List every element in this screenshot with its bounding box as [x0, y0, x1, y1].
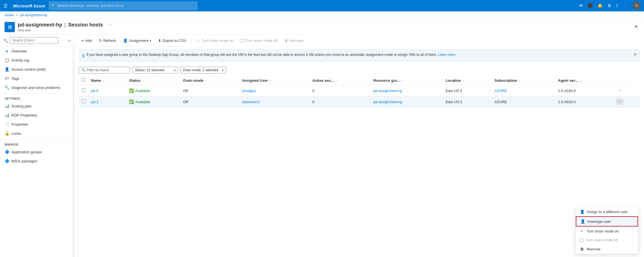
more-actions-1[interactable]: ··· — [616, 99, 623, 105]
diagnose-icon: 🔧 — [5, 85, 9, 90]
mail-icon[interactable]: ✉ — [579, 3, 583, 8]
more-actions-0[interactable]: ··· — [616, 87, 623, 94]
refresh-button[interactable]: ↻ Refresh — [96, 37, 119, 44]
scaling-icon: 📊 — [5, 104, 9, 108]
row-agent-1: 1.0.4318.0 — [555, 96, 613, 107]
sidebar-item-locks[interactable]: 🔒 Locks — [0, 129, 74, 138]
col-drain[interactable]: Drain mode ↕ — [180, 76, 239, 85]
col-location[interactable]: Location ↕ — [443, 76, 492, 85]
row-sessions-1: 0 — [309, 96, 371, 107]
feedback-icon[interactable]: 👤 — [623, 3, 628, 8]
sort-agent-icon: ↕ — [579, 79, 581, 82]
learn-more-link[interactable]: Learn more — [438, 53, 455, 57]
remove-button[interactable]: 🗑 Remove — [281, 37, 306, 44]
main-layout: 🔍 « ● Overview 📋 Activity log 👤 Access c… — [0, 35, 644, 257]
select-row-0-checkbox[interactable] — [82, 88, 85, 92]
user-link-1[interactable]: tstestuser1 — [242, 100, 260, 104]
row-status-1: ✅ Available — [126, 96, 180, 107]
sort-resource-icon: ↕ — [402, 79, 403, 82]
avatar[interactable]: A — [633, 2, 641, 10]
context-drain-on[interactable]: ✓ Turn drain mode on — [576, 227, 638, 236]
settings-icon[interactable]: ⚙ — [607, 3, 611, 8]
row-more-0: ··· — [613, 85, 639, 96]
page-more-icon[interactable]: ··· — [108, 22, 111, 27]
resource-link-0[interactable]: pd-assignment-rg — [373, 89, 402, 93]
locks-icon: 🔒 — [5, 131, 9, 136]
col-user[interactable]: Assigned User ↕ — [239, 76, 309, 85]
status-dot-0: ✅ — [129, 88, 134, 93]
select-row-1-checkbox[interactable] — [82, 99, 85, 103]
host-link-1[interactable]: pd-1 — [91, 100, 98, 104]
remove-label: Remove — [289, 38, 303, 43]
col-subscription[interactable]: Subscription ↕ — [492, 76, 555, 85]
sort-subscription-icon: ↕ — [519, 79, 520, 82]
name-filter[interactable]: 🔍 Filter by Name — [79, 67, 130, 74]
breadcrumb-current[interactable]: pd-assignment-hp — [20, 13, 47, 17]
banner-close-icon[interactable]: ✕ — [633, 52, 637, 57]
sidebar-item-iam[interactable]: 👤 Access control (IAM) — [0, 65, 74, 74]
drain-off-button[interactable]: Turn drain mode off — [238, 37, 281, 44]
sidebar-item-rdp[interactable]: 📊 RDP Properties — [0, 111, 74, 120]
help-icon[interactable]: ? — [616, 3, 618, 8]
add-icon: + — [82, 38, 84, 43]
context-assign-different[interactable]: 👤 Assign to a different user — [576, 207, 638, 216]
refresh-icon: ↻ — [99, 38, 102, 43]
sidebar-item-app-groups[interactable]: 🔷 Application groups — [0, 147, 74, 156]
notifications-icon[interactable]: 🔔 — [597, 3, 603, 8]
status-dot-1: ✅ — [129, 99, 134, 104]
table-row: pd-1 ✅ Available Off tstestuser1 0 — [79, 96, 639, 107]
activity-log-icon: 📋 — [5, 58, 9, 62]
status-filter[interactable]: Status: 12 selected ▾ — [132, 67, 178, 74]
sidebar-item-label: Scaling plan — [11, 104, 32, 108]
drain-dropdown-icon: ▾ — [222, 69, 224, 72]
export-button[interactable]: ⬇ Export to CSV — [155, 37, 189, 44]
col-actions — [613, 76, 639, 85]
close-button[interactable]: ✕ — [633, 23, 639, 31]
sidebar-item-diagnose[interactable]: 🔧 Diagnose and solve problems — [0, 83, 74, 92]
info-banner: ℹ If you have assigned a user group to t… — [79, 50, 639, 62]
subscription-link-0[interactable]: AZURE — [494, 89, 507, 93]
sidebar-item-tags[interactable]: 🏷 Tags — [0, 74, 74, 83]
sidebar-search-input[interactable] — [10, 37, 58, 44]
hamburger-menu[interactable]: ☰ — [3, 3, 7, 9]
context-unassign[interactable]: 👤 Unassign user — [576, 216, 638, 227]
resource-link-1[interactable]: pd-assignment-rg — [373, 100, 402, 104]
col-sessions[interactable]: Active ses... ↕ — [309, 76, 371, 85]
sort-drain-icon: ↕ — [205, 79, 207, 82]
breadcrumb: Home > pd-assignment-hp — [0, 11, 644, 19]
row-drain-0: Off — [180, 85, 239, 96]
cloud-shell-icon[interactable]: ⬛ — [587, 3, 593, 8]
brand-name: Microsoft Azure — [13, 3, 45, 8]
sidebar-item-properties[interactable]: 📄 Properties — [0, 120, 74, 129]
search-placeholder: Search resources, services, and docs (G+… — [57, 4, 123, 8]
sidebar-collapse-icon[interactable]: « — [68, 38, 71, 43]
col-resource[interactable]: Resource gro... ↕ — [371, 76, 443, 85]
sidebar-item-msix[interactable]: 🔷 MSIX packages — [0, 156, 74, 166]
sort-status-icon: ↕ — [142, 79, 144, 82]
row-subscription-1: AZURE — [492, 96, 555, 107]
sidebar-item-overview[interactable]: ● Overview — [0, 46, 74, 56]
row-user-1: tstestuser1 — [239, 96, 309, 107]
select-all-checkbox[interactable] — [82, 78, 85, 82]
breadcrumb-home[interactable]: Home — [5, 13, 14, 17]
assignment-button[interactable]: 👤 Assignment ▾ — [120, 37, 154, 44]
name-filter-label: Filter by Name — [87, 68, 109, 72]
drain-on-label: Turn drain mode on — [202, 38, 234, 43]
sidebar-item-label: Application groups — [11, 150, 42, 154]
context-remove[interactable]: 🗑 Remove — [576, 244, 638, 254]
sidebar-item-activity-log[interactable]: 📋 Activity log — [0, 56, 74, 65]
rdp-icon: 📊 — [5, 113, 9, 117]
drain-mode-filter[interactable]: Drain mode: 2 selected ▾ — [180, 67, 226, 74]
col-status[interactable]: Status ↕ — [126, 76, 180, 85]
add-button[interactable]: + Add — [79, 37, 95, 44]
context-drain-off[interactable]: Turn drain mode off — [576, 236, 638, 244]
host-link-0[interactable]: pd-0 — [91, 89, 98, 93]
drain-on-button[interactable]: ✓ Turn drain mode on — [194, 37, 237, 44]
col-name[interactable]: Name ↕ — [88, 76, 126, 85]
sidebar-item-scaling[interactable]: 📊 Scaling plan — [0, 101, 74, 111]
page-title-block: pd-assignment-hp | Session hosts ··· Hos… — [18, 22, 111, 32]
assign-link-0[interactable]: (Assign) — [242, 89, 256, 93]
context-item-label: Turn drain mode off — [585, 238, 618, 242]
col-agent[interactable]: Agent ver... ↕ — [555, 76, 613, 85]
global-search[interactable]: 🔍 Search resources, services, and docs (… — [49, 2, 197, 10]
